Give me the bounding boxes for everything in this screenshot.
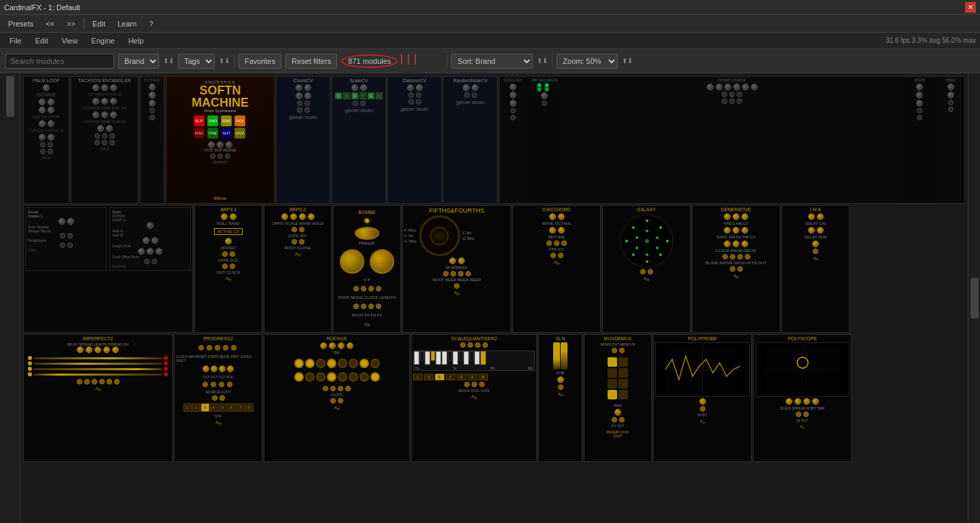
port-prog2-1[interactable] (198, 345, 204, 350)
port-tachyon-4[interactable] (94, 140, 100, 145)
knob-palmloop-5[interactable] (48, 107, 54, 113)
note-btn-c[interactable]: C (413, 374, 423, 380)
module-imperfect2[interactable]: IMPERFECT2 DELAY SPREAD LENGTH SPREAD DI… (23, 334, 173, 462)
knob-tachyon-8[interactable] (101, 111, 108, 118)
knob-randomnote-1[interactable] (463, 84, 470, 91)
port-r1-b-4[interactable] (722, 98, 727, 104)
knob-r1-c-1[interactable] (916, 84, 923, 90)
reset-filters-button[interactable]: Reset filters (285, 54, 337, 69)
module-arp31[interactable]: ARP3.1 ROLL BAND ACTIVE CH OFFSET (194, 205, 262, 333)
trig-2[interactable] (305, 359, 315, 368)
port-ruckus-5[interactable] (330, 398, 336, 403)
step-1[interactable]: 1 (183, 403, 192, 412)
knob-softm-2[interactable] (217, 141, 224, 148)
knob-imp2-4[interactable] (103, 346, 110, 353)
knob-tachyon-9[interactable] (110, 111, 117, 118)
port-arp32-2[interactable] (299, 227, 304, 232)
port-chordcv-3[interactable] (297, 107, 302, 113)
note-btn-f[interactable]: F (446, 374, 455, 380)
module-bombe[interactable]: BOMBE FREEZE V Y (333, 205, 401, 333)
module-arp32[interactable]: ARP3.2 OPPO SCALE RAND HOLD GATE IDC (264, 205, 332, 333)
port-r1-cluster-3[interactable] (542, 101, 547, 106)
port-palmloop-3[interactable] (40, 149, 46, 154)
port-sider2-3[interactable] (60, 242, 65, 248)
mux-btn-2[interactable] (618, 357, 628, 367)
knob-gen-7[interactable] (724, 240, 731, 247)
knob-ima-3[interactable] (808, 227, 815, 234)
module-scalecv[interactable]: ScaleCV C D E F G A (332, 76, 386, 204)
knob-polyprobe-1[interactable] (699, 398, 706, 405)
knob-ruckus-1[interactable] (320, 342, 327, 349)
knob-chordcv-2[interactable] (304, 84, 311, 91)
file-menu[interactable]: File (4, 35, 27, 46)
port-prog2-6[interactable] (203, 382, 208, 387)
knob-prog2-2[interactable] (211, 365, 217, 372)
knob-sider2-1[interactable] (58, 218, 65, 225)
knob-sider2-2[interactable] (67, 218, 74, 225)
knob-ima-5[interactable] (812, 240, 819, 247)
help-menu[interactable]: ? (143, 18, 158, 29)
knob-palmloop-7[interactable] (48, 120, 54, 127)
trig-13[interactable] (338, 372, 347, 382)
port-imp2-2[interactable] (84, 379, 90, 384)
sort-select[interactable]: Sort: Brand (451, 54, 533, 69)
knob-arp32-4[interactable] (308, 213, 315, 220)
knob-prog2-1[interactable] (203, 365, 209, 372)
port-prog2-7[interactable] (211, 382, 216, 387)
knob-diatoniccv-1[interactable] (407, 84, 414, 91)
knob-imp2-3[interactable] (94, 346, 101, 353)
port-arp32-3[interactable] (292, 239, 297, 245)
knob-tachyon-3[interactable] (110, 84, 117, 91)
port-arp31-3[interactable] (222, 264, 228, 269)
trig-4[interactable] (327, 359, 336, 368)
port-palmloop-1[interactable] (40, 142, 46, 147)
knob-gen-9[interactable] (741, 240, 748, 247)
port-polyscope-2[interactable] (803, 412, 809, 417)
port-r1-d-1[interactable] (948, 100, 953, 105)
port-ruckus-4[interactable] (345, 386, 351, 391)
port-ima-1[interactable] (813, 249, 818, 254)
knob-palmloop-9[interactable] (48, 134, 54, 141)
port-imp2-1[interactable] (77, 379, 82, 384)
trig-11[interactable] (316, 372, 326, 382)
port-r1-c-2[interactable] (917, 115, 922, 120)
knob-imp2-5[interactable] (112, 346, 119, 353)
mux-btn-7[interactable] (608, 390, 617, 399)
mux-btn-1[interactable] (608, 357, 617, 367)
module-softinmachine[interactable]: electronico SOFTN MACHINE Drum Synthesiz… (166, 76, 275, 204)
knob-ruckus-2[interactable] (329, 342, 336, 349)
port-bombe-3[interactable] (368, 286, 374, 291)
port-gen-4[interactable] (745, 254, 750, 259)
knob-arp32-3[interactable] (299, 213, 306, 220)
port-prog2-8[interactable] (219, 382, 224, 387)
module-scalequantiser2[interactable]: SCALEQUANTISER2 (411, 334, 537, 462)
port-randomnote-1[interactable] (464, 92, 470, 98)
knob-palmloop-4[interactable] (39, 107, 46, 113)
knob-palmloop-3[interactable] (48, 98, 54, 105)
port-prog2-4[interactable] (223, 345, 228, 350)
port-galaxy-2[interactable] (648, 269, 653, 274)
knob-palmloop-8[interactable] (39, 134, 46, 141)
port-palmloop-4[interactable] (48, 149, 53, 154)
port-bombe-7[interactable] (368, 304, 374, 309)
knob-sider2-8[interactable] (138, 248, 145, 255)
port-prog2-3[interactable] (215, 345, 220, 350)
trig-6[interactable] (349, 359, 358, 368)
port-prog2-9[interactable] (227, 382, 232, 387)
knob-tachyon-4[interactable] (92, 98, 99, 105)
port-diatoniccv-2[interactable] (416, 92, 421, 98)
module-fifths[interactable]: FIFTHS&FOURTHS F 4ths C An G 5ths (402, 205, 511, 333)
module-polyscope[interactable]: POLYSCOPE (753, 334, 852, 462)
brand-select[interactable]: Brand (118, 54, 159, 69)
module-ima[interactable]: I M A DELAY LIN DELAY SHR (782, 205, 850, 333)
trig-15[interactable] (360, 372, 369, 382)
knob-r1-b-5[interactable] (742, 84, 749, 90)
port-r1-b-6[interactable] (737, 98, 742, 104)
port-sln-1[interactable] (558, 384, 563, 390)
port-imp2-3[interactable] (92, 379, 97, 384)
step-8[interactable]: 8 (245, 403, 253, 412)
knob-softm-3[interactable] (226, 141, 232, 148)
port-chordcv-1[interactable] (297, 101, 302, 106)
knob-r1-cluster-2[interactable] (510, 92, 517, 98)
port-sider2-6[interactable] (152, 259, 157, 264)
